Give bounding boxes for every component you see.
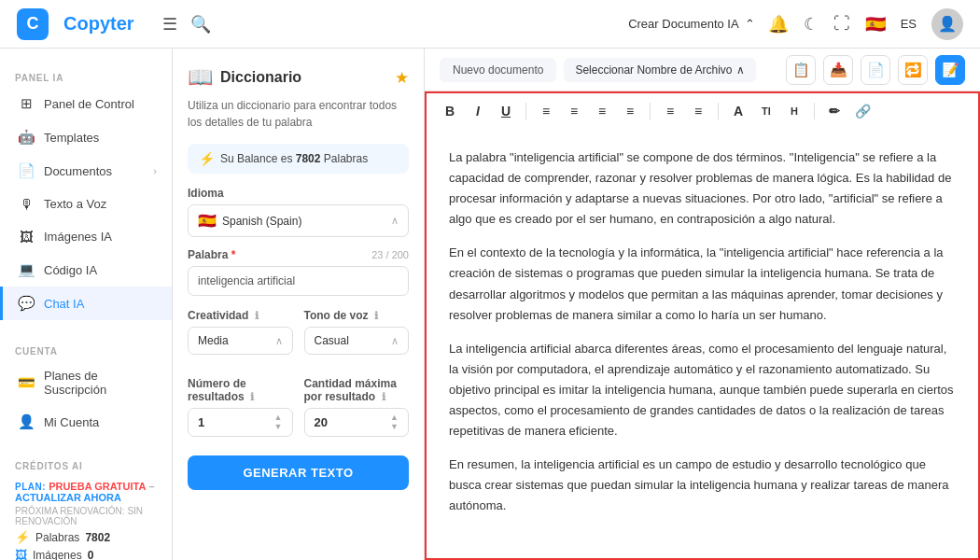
cantidad-down[interactable]: ▼ [390,423,399,431]
copy-button[interactable]: 📋 [786,55,816,85]
top-navbar: C Copyter ☰ 🔍 Crear Documento IA ⌃ 🔔 ☾ ⛶… [0,0,980,49]
editor-panel: Nuevo documento Seleccionar Nombre de Ar… [425,49,980,560]
editor-content-wrap[interactable]: La palabra "inteligencia artificial" se … [425,129,980,560]
refresh-button[interactable]: 🔁 [898,55,928,85]
tono-select[interactable]: Casual ∧ [304,327,410,355]
align-justify-button[interactable]: ≡ [618,99,642,123]
bold-button[interactable]: B [438,99,462,123]
panel-ia-section-title: PANEL IA [0,62,172,87]
numero-stepper[interactable]: 1 ▲ ▼ [188,408,293,437]
filename-selector[interactable]: Seleccionar Nombre de Archivo ∧ [564,58,755,82]
code-icon: 💻 [18,261,35,278]
sidebar-item-texto-a-voz[interactable]: 🎙 Texto a Voz [0,188,172,220]
numero-down[interactable]: ▼ [274,423,283,431]
app-name: Copyter [63,13,134,35]
italic-button[interactable]: I [466,99,490,123]
palabra-input[interactable] [188,266,409,296]
numero-info-icon[interactable]: ℹ [250,391,254,402]
prueba-gratuita-link[interactable]: PRUEBA GRATUITA [49,481,146,492]
sidebar-item-templates[interactable]: 🤖 Templates [0,120,172,154]
toolbar-separator-3 [718,103,719,119]
cantidad-info-icon[interactable]: ℹ [382,391,385,402]
heading-button[interactable]: H [782,99,806,123]
doc-icon: 📄 [18,162,35,179]
palabras-credit-row: ⚡ Palabras 7802 [15,530,157,544]
download-button[interactable]: 📥 [823,55,853,85]
numero-value: 1 [198,415,204,429]
align-left-button[interactable]: ≡ [534,99,558,123]
balance-text: Su Balance es 7802 Palabras [220,152,368,165]
editor-content[interactable]: La palabra "inteligencia artificial" se … [427,129,978,558]
sidebar-item-label: Imágenes IA [44,230,112,244]
chevron-up-icon: ⌃ [745,17,755,31]
fullscreen-icon[interactable]: ⛶ [833,14,850,34]
search-icon[interactable]: 🔍 [190,14,211,35]
cantidad-label: Cantidad máxima por resultado ℹ [304,377,410,403]
card-icon: 💳 [18,374,35,391]
imagenes-value: 0 [88,549,94,561]
editor-paragraph: La palabra "inteligencia artificial" se … [449,147,956,230]
cantidad-up[interactable]: ▲ [390,413,399,422]
lightning-balance-icon: ⚡ [199,151,215,166]
link-button[interactable]: 🔗 [850,99,875,123]
menu-icon[interactable]: ☰ [162,14,177,35]
renov-text: PRÓXIMA RENOVACIÓN: SIN RENOVACIÓN [15,506,157,526]
star-icon[interactable]: ★ [395,68,409,88]
active-action-button[interactable]: 📝 [935,55,965,85]
align-center-button[interactable]: ≡ [562,99,586,123]
generate-button[interactable]: GENERAR TEXTO [188,455,409,490]
tab-nuevo-documento[interactable]: Nuevo documento [440,58,556,82]
ordered-list-button[interactable]: ≡ [686,99,710,123]
export-button[interactable]: 📄 [861,55,890,85]
editor-paragraph: En el contexto de la tecnología y la inf… [449,243,956,325]
sidebar-item-codigo-ia[interactable]: 💻 Código IA [0,253,172,287]
sidebar-item-documentos[interactable]: 📄 Documentos › [0,154,172,188]
lightning-icon: ⚡ [15,530,30,544]
idioma-field: Idioma 🇪🇸 Spanish (Spain) ∧ [188,187,409,237]
idioma-select-inner: 🇪🇸 Spanish (Spain) [198,212,301,230]
moon-icon[interactable]: ☾ [804,14,819,35]
cantidad-arrows: ▲ ▼ [390,413,399,431]
tono-val: Casual [315,334,349,347]
sidebar-item-chat-ia[interactable]: 💬 Chat IA [0,287,172,320]
chevron-up-icon-filename: ∧ [736,63,745,77]
chat-icon: 💬 [18,295,35,312]
idioma-select[interactable]: 🇪🇸 Spanish (Spain) ∧ [188,204,409,237]
sidebar-item-panel-control[interactable]: ⊞ Panel de Control [0,87,172,120]
tono-info-icon[interactable]: ℹ [374,310,378,321]
pencil-button[interactable]: ✏ [822,99,847,123]
font-size-button[interactable]: Tl [754,99,778,123]
numero-up[interactable]: ▲ [274,413,283,422]
editor-paragraph: En resumen, la inteligencia artificial e… [449,455,956,516]
underline-button[interactable]: U [494,99,518,123]
font-color-button[interactable]: A [726,99,750,123]
imagenes-label: Imágenes [33,549,82,561]
toolbar-separator-4 [814,103,815,119]
creatividad-select[interactable]: Media ∧ [188,327,293,355]
actualizar-link[interactable]: ACTUALIZAR AHORA [15,492,121,503]
editor-paragraph: La inteligencia artificial abarca difere… [449,339,956,441]
palabras-label: Palabras [35,531,79,544]
list-button[interactable]: ≡ [658,99,682,123]
cantidad-stepper[interactable]: 20 ▲ ▼ [304,408,410,437]
cuenta-section-title: CUENTA [0,335,172,360]
idioma-value: Spanish (Spain) [222,215,301,228]
creatividad-info-icon[interactable]: ℹ [255,310,259,321]
idioma-label: Idioma [188,187,409,200]
creditos-section-title: CRÉDITOS AI [0,454,172,475]
sidebar-item-label: Texto a Voz [44,197,106,211]
main-layout: PANEL IA ⊞ Panel de Control 🤖 Templates … [0,49,980,560]
sidebar-item-label: Planes de Suscripción [44,369,157,397]
crear-documento-button[interactable]: Crear Documento IA ⌃ [628,17,755,31]
sidebar-item-planes[interactable]: 💳 Planes de Suscripción [0,360,172,405]
sidebar-item-label: Código IA [44,263,97,277]
notification-icon[interactable]: 🔔 [768,14,789,35]
copy-icon: 📋 [792,62,810,78]
voice-icon: 🎙 [18,196,35,212]
sidebar-item-mi-cuenta[interactable]: 👤 Mi Cuenta [0,405,172,439]
sidebar-item-imagenes-ia[interactable]: 🖼 Imágenes IA [0,220,172,253]
avatar[interactable]: 👤 [931,8,963,40]
sidebar-item-label: Templates [44,131,99,145]
tono-label: Tono de voz ℹ [304,309,410,322]
align-right-button[interactable]: ≡ [590,99,614,123]
